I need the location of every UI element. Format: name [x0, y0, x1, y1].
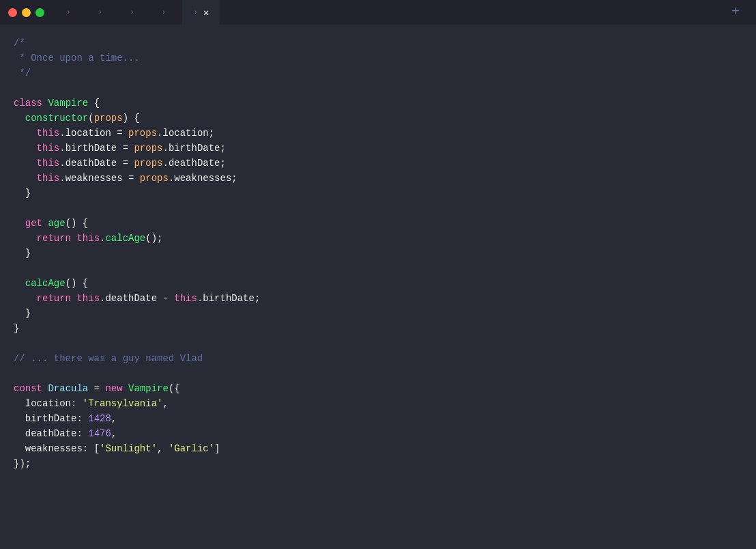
code-line-empty: [0, 201, 756, 216]
close-button[interactable]: [8, 8, 17, 17]
code-line: constructor(props) {: [0, 111, 756, 126]
tab-1[interactable]: ›: [55, 0, 82, 25]
code-line: calcAge() {: [0, 276, 756, 291]
title-bar: › › › › › ✕ +: [0, 0, 756, 25]
tab-2[interactable]: ›: [87, 0, 114, 25]
comment-text: * Once upon a time...: [14, 51, 140, 66]
code-line: });: [0, 456, 756, 471]
minimize-button[interactable]: [22, 8, 31, 17]
code-line: this.birthDate = props.birthDate;: [0, 141, 756, 156]
code-line: this.weaknesses = props.weaknesses;: [0, 171, 756, 186]
traffic-lights: [8, 8, 44, 17]
code-line: const Dracula = new Vampire({: [0, 381, 756, 396]
tab-4-chevron: ›: [162, 8, 166, 16]
code-line: deathDate: 1476,: [0, 426, 756, 441]
code-line: class Vampire {: [0, 96, 756, 111]
tab-2-chevron: ›: [98, 8, 103, 16]
code-line-empty: [0, 336, 756, 351]
code-line-empty: [0, 366, 756, 381]
code-line: get age() {: [0, 216, 756, 231]
editor-area: /* * Once upon a time... */ class Vampir…: [0, 25, 756, 549]
code-line: this.location = props.location;: [0, 126, 756, 141]
code-line: return this.deathDate - this.birthDate;: [0, 291, 756, 306]
comment-text: /*: [14, 36, 25, 51]
code-line: return this.calcAge();: [0, 231, 756, 246]
comment-vlad: // ... there was a guy named Vlad: [14, 351, 203, 366]
code-line: }: [0, 321, 756, 336]
code-line: }: [0, 186, 756, 201]
tab-5-chevron: ›: [193, 8, 198, 16]
code-line: // ... there was a guy named Vlad: [0, 351, 756, 366]
code-line: this.deathDate = props.deathDate;: [0, 156, 756, 171]
code-line-empty: [0, 81, 756, 96]
tab-3[interactable]: ›: [119, 0, 145, 25]
tab-3-chevron: ›: [130, 8, 134, 16]
code-line: /*: [0, 36, 756, 51]
tab-4[interactable]: ›: [151, 0, 177, 25]
code-line: }: [0, 246, 756, 261]
code-line: birthDate: 1428,: [0, 411, 756, 426]
comment-text: */: [14, 66, 31, 81]
code-line-empty: [0, 261, 756, 276]
code-line: weaknesses: ['Sunlight', 'Garlic']: [0, 441, 756, 456]
maximize-button[interactable]: [35, 8, 44, 17]
code-line: * Once upon a time...: [0, 51, 756, 66]
tab-5[interactable]: › ✕: [182, 0, 220, 25]
code-line: }: [0, 306, 756, 321]
new-tab-button[interactable]: +: [723, 0, 748, 25]
tab-5-close[interactable]: ✕: [203, 7, 209, 18]
code-line: */: [0, 66, 756, 81]
code-line: location: 'Transylvania',: [0, 396, 756, 411]
tab-1-chevron: ›: [66, 8, 71, 16]
